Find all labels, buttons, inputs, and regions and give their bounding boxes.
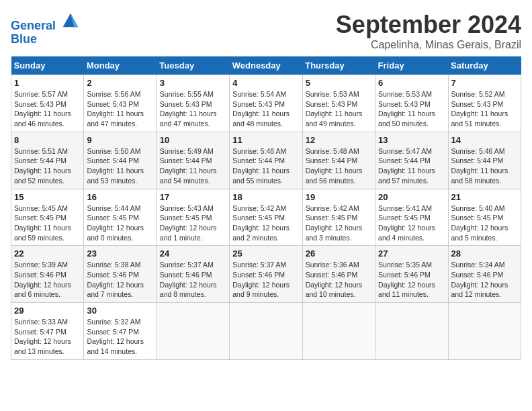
- day-info: Sunrise: 5:53 AMSunset: 5:43 PMDaylight:…: [378, 89, 445, 129]
- day-number: 6: [378, 78, 445, 88]
- day-info: Sunrise: 5:47 AMSunset: 5:44 PMDaylight:…: [378, 146, 445, 186]
- calendar-header-row: SundayMondayTuesdayWednesdayThursdayFrid…: [11, 56, 521, 75]
- day-info: Sunrise: 5:52 AMSunset: 5:43 PMDaylight:…: [451, 89, 518, 129]
- location-title: Capelinha, Minas Gerais, Brazil: [336, 39, 521, 51]
- day-number: 18: [232, 192, 299, 202]
- day-info: Sunrise: 5:54 AMSunset: 5:43 PMDaylight:…: [232, 89, 299, 129]
- day-number: 14: [451, 135, 518, 145]
- day-number: 20: [378, 192, 445, 202]
- day-info: Sunrise: 5:34 AMSunset: 5:46 PMDaylight:…: [451, 260, 518, 300]
- logo-icon: [60, 11, 79, 30]
- day-info: Sunrise: 5:51 AMSunset: 5:44 PMDaylight:…: [14, 146, 81, 186]
- day-number: 25: [232, 248, 299, 259]
- day-number: 3: [160, 78, 226, 88]
- calendar-cell: 6Sunrise: 5:53 AMSunset: 5:43 PMDaylight…: [375, 75, 448, 132]
- calendar-cell: [157, 303, 229, 360]
- day-info: Sunrise: 5:33 AMSunset: 5:47 PMDaylight:…: [14, 317, 81, 357]
- day-number: 23: [87, 248, 153, 259]
- day-info: Sunrise: 5:42 AMSunset: 5:45 PMDaylight:…: [306, 203, 372, 243]
- header-wednesday: Wednesday: [230, 56, 302, 75]
- calendar-cell: 16Sunrise: 5:44 AMSunset: 5:45 PMDayligh…: [84, 189, 157, 246]
- calendar-cell: 8Sunrise: 5:51 AMSunset: 5:44 PMDaylight…: [11, 132, 84, 189]
- calendar-cell: [448, 303, 521, 360]
- day-number: 28: [451, 248, 518, 259]
- day-number: 29: [14, 306, 81, 316]
- calendar-cell: [230, 303, 302, 360]
- day-info: Sunrise: 5:37 AMSunset: 5:46 PMDaylight:…: [232, 260, 299, 300]
- day-info: Sunrise: 5:55 AMSunset: 5:43 PMDaylight:…: [160, 89, 226, 129]
- calendar-cell: 9Sunrise: 5:50 AMSunset: 5:44 PMDaylight…: [84, 132, 157, 189]
- day-info: Sunrise: 5:37 AMSunset: 5:46 PMDaylight:…: [160, 260, 226, 300]
- calendar-cell: 27Sunrise: 5:35 AMSunset: 5:46 PMDayligh…: [375, 246, 448, 303]
- day-number: 15: [14, 192, 81, 202]
- calendar-cell: 22Sunrise: 5:39 AMSunset: 5:46 PMDayligh…: [11, 246, 84, 303]
- day-info: Sunrise: 5:50 AMSunset: 5:44 PMDaylight:…: [87, 146, 153, 186]
- day-number: 10: [160, 135, 226, 145]
- header-sunday: Sunday: [11, 56, 84, 75]
- header-monday: Monday: [84, 56, 157, 75]
- day-info: Sunrise: 5:48 AMSunset: 5:44 PMDaylight:…: [232, 146, 299, 186]
- day-number: 16: [87, 192, 153, 202]
- day-info: Sunrise: 5:53 AMSunset: 5:43 PMDaylight:…: [306, 89, 372, 129]
- day-info: Sunrise: 5:57 AMSunset: 5:43 PMDaylight:…: [14, 89, 81, 129]
- calendar-week-row: 1Sunrise: 5:57 AMSunset: 5:43 PMDaylight…: [11, 75, 521, 132]
- calendar-cell: [375, 303, 448, 360]
- day-number: 19: [306, 192, 372, 202]
- day-number: 26: [306, 248, 372, 259]
- day-number: 17: [160, 192, 226, 202]
- calendar-cell: 14Sunrise: 5:46 AMSunset: 5:44 PMDayligh…: [448, 132, 521, 189]
- day-number: 21: [451, 192, 518, 202]
- header-friday: Friday: [375, 56, 448, 75]
- calendar-cell: 29Sunrise: 5:33 AMSunset: 5:47 PMDayligh…: [11, 303, 84, 360]
- calendar-cell: 10Sunrise: 5:49 AMSunset: 5:44 PMDayligh…: [157, 132, 229, 189]
- day-number: 4: [232, 78, 299, 88]
- calendar-cell: 1Sunrise: 5:57 AMSunset: 5:43 PMDaylight…: [11, 75, 84, 132]
- day-info: Sunrise: 5:43 AMSunset: 5:45 PMDaylight:…: [160, 203, 226, 243]
- calendar-cell: 3Sunrise: 5:55 AMSunset: 5:43 PMDaylight…: [157, 75, 229, 132]
- calendar-cell: 20Sunrise: 5:41 AMSunset: 5:45 PMDayligh…: [375, 189, 448, 246]
- day-number: 9: [87, 135, 153, 145]
- calendar-cell: 26Sunrise: 5:36 AMSunset: 5:46 PMDayligh…: [302, 246, 375, 303]
- logo-general: General: [11, 19, 56, 32]
- day-info: Sunrise: 5:39 AMSunset: 5:46 PMDaylight:…: [14, 260, 81, 300]
- logo: General Blue: [11, 11, 79, 46]
- day-info: Sunrise: 5:41 AMSunset: 5:45 PMDaylight:…: [378, 203, 445, 243]
- calendar-cell: [302, 303, 375, 360]
- calendar-week-row: 8Sunrise: 5:51 AMSunset: 5:44 PMDaylight…: [11, 132, 521, 189]
- calendar-cell: 28Sunrise: 5:34 AMSunset: 5:46 PMDayligh…: [448, 246, 521, 303]
- calendar-cell: 11Sunrise: 5:48 AMSunset: 5:44 PMDayligh…: [230, 132, 302, 189]
- calendar-cell: 5Sunrise: 5:53 AMSunset: 5:43 PMDaylight…: [302, 75, 375, 132]
- logo-blue: Blue: [11, 32, 37, 46]
- day-number: 8: [14, 135, 81, 145]
- header-thursday: Thursday: [302, 56, 375, 75]
- calendar-cell: 7Sunrise: 5:52 AMSunset: 5:43 PMDaylight…: [448, 75, 521, 132]
- day-info: Sunrise: 5:46 AMSunset: 5:44 PMDaylight:…: [451, 146, 518, 186]
- day-number: 27: [378, 248, 445, 259]
- day-info: Sunrise: 5:56 AMSunset: 5:43 PMDaylight:…: [87, 89, 153, 129]
- calendar-cell: 17Sunrise: 5:43 AMSunset: 5:45 PMDayligh…: [157, 189, 229, 246]
- calendar-cell: 2Sunrise: 5:56 AMSunset: 5:43 PMDaylight…: [84, 75, 157, 132]
- day-number: 12: [306, 135, 372, 145]
- day-info: Sunrise: 5:42 AMSunset: 5:45 PMDaylight:…: [232, 203, 299, 243]
- calendar-cell: 12Sunrise: 5:48 AMSunset: 5:44 PMDayligh…: [302, 132, 375, 189]
- day-info: Sunrise: 5:49 AMSunset: 5:44 PMDaylight:…: [160, 146, 226, 186]
- day-number: 13: [378, 135, 445, 145]
- day-info: Sunrise: 5:36 AMSunset: 5:46 PMDaylight:…: [306, 260, 372, 300]
- day-info: Sunrise: 5:35 AMSunset: 5:46 PMDaylight:…: [378, 260, 445, 300]
- calendar-week-row: 22Sunrise: 5:39 AMSunset: 5:46 PMDayligh…: [11, 246, 521, 303]
- day-info: Sunrise: 5:44 AMSunset: 5:45 PMDaylight:…: [87, 203, 153, 243]
- day-number: 30: [87, 306, 153, 316]
- day-number: 24: [160, 248, 226, 259]
- calendar-cell: 13Sunrise: 5:47 AMSunset: 5:44 PMDayligh…: [375, 132, 448, 189]
- calendar-week-row: 15Sunrise: 5:45 AMSunset: 5:45 PMDayligh…: [11, 189, 521, 246]
- calendar-table: SundayMondayTuesdayWednesdayThursdayFrid…: [11, 56, 521, 360]
- calendar-cell: 25Sunrise: 5:37 AMSunset: 5:46 PMDayligh…: [230, 246, 302, 303]
- calendar-cell: 21Sunrise: 5:40 AMSunset: 5:45 PMDayligh…: [448, 189, 521, 246]
- day-number: 5: [306, 78, 372, 88]
- calendar-cell: 24Sunrise: 5:37 AMSunset: 5:46 PMDayligh…: [157, 246, 229, 303]
- day-number: 11: [232, 135, 299, 145]
- day-number: 2: [87, 78, 153, 88]
- month-title: September 2024: [336, 11, 521, 39]
- day-info: Sunrise: 5:38 AMSunset: 5:46 PMDaylight:…: [87, 260, 153, 300]
- day-info: Sunrise: 5:40 AMSunset: 5:45 PMDaylight:…: [451, 203, 518, 243]
